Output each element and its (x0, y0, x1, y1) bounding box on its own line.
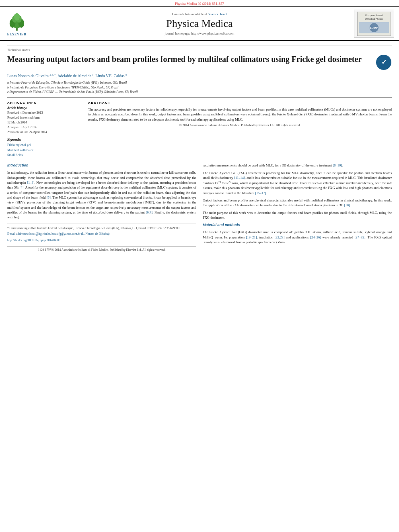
right-para-4: The main purpose of this work was to det… (203, 210, 392, 220)
right-para-2: The Fricke Xylenol Gel (FXG) dosimeter i… (203, 170, 392, 195)
ref-15-17[interactable]: [15–17] (255, 191, 266, 195)
affiliation-a: a Instituto Federal de Educação, Ciência… (7, 80, 392, 85)
crossmark-logo: ✓ (376, 54, 392, 70)
ref-1-3[interactable]: [1–3] (27, 181, 34, 185)
sciencedirect-line: Contents lists available at ScienceDirec… (53, 12, 346, 16)
sciencedirect-text: Contents lists available at (172, 12, 207, 16)
keywords-section: Keywords: Fricke xylenol gel Multileaf c… (7, 138, 82, 158)
body-two-col: Introduction In radiotherapy, the radiat… (7, 163, 392, 253)
journal-title: Physica Medica (53, 18, 346, 30)
journal-header-center: Contents lists available at ScienceDirec… (53, 12, 346, 35)
journal-reference: Physica Medica 30 (2014) 854–857 (175, 2, 224, 6)
svg-text:of Medical Physics: of Medical Physics (365, 18, 383, 20)
article-title-area: Measuring output factors and beam profil… (7, 54, 392, 70)
ref-27-32[interactable]: [27–32] (355, 235, 366, 239)
elsevier-tree-icon (5, 12, 29, 32)
article-title-text: Measuring output factors and beam profil… (7, 54, 376, 64)
section-type: Technical notes (7, 45, 392, 52)
ref-6-7[interactable]: [6,7] (146, 210, 152, 214)
journal-header-left: ELSEVIER (5, 12, 53, 36)
received-date: Received 4 December 2013 (7, 111, 82, 115)
available-online-date: Available online 24 April 2014 (7, 130, 82, 135)
elsevier-logo: ELSEVIER (5, 12, 29, 36)
revised-date: 12 March 2014 (7, 120, 82, 125)
keywords-title: Keywords: (7, 138, 82, 142)
keyword-3: Small fields (7, 153, 82, 158)
sciencedirect-link[interactable]: ScienceDirect (208, 12, 227, 16)
article-history: Article history: Received 4 December 201… (7, 106, 82, 135)
history-title: Article history: (7, 106, 82, 110)
ref-11-14[interactable]: [11–14] (234, 176, 245, 180)
abstract-heading: ABSTRACT (88, 101, 392, 105)
article-info-column: ARTICLE INFO Article history: Received 4… (7, 101, 82, 158)
page-wrapper: Physica Medica 30 (2014) 854–857 ELSEVIE… (0, 0, 399, 532)
authors-text: Lucas Nonato de Oliveira a, b, *, Adelai… (7, 74, 127, 78)
doi-line: http://dx.doi.org/10.1016/j.ejmp.2014.04… (7, 238, 196, 243)
ref-4[interactable]: [4] (20, 185, 24, 189)
keyword-2: Multileaf collimator (7, 148, 82, 153)
abstract-text: The accuracy and precision are necessary… (88, 107, 392, 122)
ref-18[interactable]: [18] (344, 203, 350, 207)
journal-header-right: European Journal of Medical Physics EJMP (346, 10, 394, 38)
journal-header: ELSEVIER Contents lists available at Sci… (0, 6, 399, 41)
introduction-heading: Introduction (7, 163, 196, 168)
elsevier-label: ELSEVIER (7, 33, 27, 36)
crossmark-icon: ✓ (376, 55, 391, 70)
ref-24-26[interactable]: [24–26] (310, 235, 321, 239)
footnote-section: * Corresponding author. Instituto Federa… (7, 224, 196, 253)
received-revised-label: Received in revised form (7, 115, 82, 120)
ejmp-logo: European Journal of Medical Physics EJMP (354, 10, 394, 38)
svg-text:European Journal: European Journal (365, 14, 383, 16)
svg-text:EJMP: EJMP (370, 26, 378, 30)
bottom-copyright: 1120-1797/© 2014 Associazione Italiana d… (7, 246, 196, 253)
authors-line: Lucas Nonato de Oliveira a, b, *, Adelai… (7, 74, 392, 78)
abstract-column: ABSTRACT The accuracy and precision are … (88, 101, 392, 158)
article-info-heading: ARTICLE INFO (7, 101, 82, 105)
body-col-right: resolution measurements should be used w… (203, 163, 392, 253)
ref-8-10[interactable]: [8–10] (333, 163, 342, 167)
journal-reference-bar: Physica Medica 30 (2014) 854–857 (0, 0, 399, 6)
svg-point-6 (14, 13, 20, 20)
body-col-left: Introduction In radiotherapy, the radiat… (7, 163, 196, 253)
affiliations: a Instituto Federal de Educação, Ciência… (7, 80, 392, 94)
ref-5[interactable]: [5] (47, 195, 51, 199)
ejmp-logo-image: European Journal of Medical Physics EJMP (356, 12, 392, 36)
abstract-copyright: © 2014 Associazione Italiana di Fisica M… (88, 123, 392, 127)
material-methods-heading: Material and methods (203, 222, 392, 228)
article-info-abstract-section: ARTICLE INFO Article history: Received 4… (7, 97, 392, 158)
footnote-corresponding: * Corresponding author. Instituto Federa… (7, 226, 196, 231)
footnote-email: E-mail addresses: lucas@ifg.edu.br, luca… (7, 232, 196, 236)
intro-para-1: In radiotherapy, the radiation from a li… (7, 170, 196, 220)
keyword-1: Fricke xylenol gel (7, 143, 82, 148)
right-para-3: Output factors and beam profiles are phy… (203, 198, 392, 208)
affiliation-b: b Instituto de Pesquisas Energéticas e N… (7, 85, 392, 90)
ref-22-23[interactable]: [22,23] (275, 235, 285, 239)
material-para-1: The Fricke Xylenol Gel (FXG) dosimeter u… (203, 230, 392, 244)
homepage-line: journal homepage: http://www.physicamedi… (53, 31, 346, 35)
accepted-date: Accepted 1 April 2014 (7, 125, 82, 130)
affiliation-c: c Departamento de Física, FFCLRP — Unive… (7, 90, 392, 94)
main-content: Technical notes Measuring output factors… (0, 41, 399, 257)
right-para-1: resolution measurements should be used w… (203, 163, 392, 168)
ref-19-21[interactable]: [19–21] (246, 235, 257, 239)
